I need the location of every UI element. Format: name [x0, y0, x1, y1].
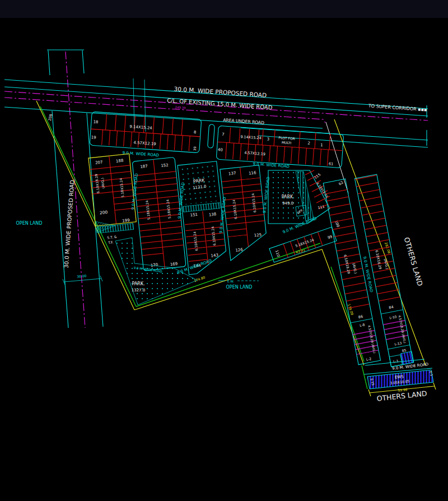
park-1327-label: PARK. — [132, 281, 144, 286]
plot-39: 39 — [193, 146, 197, 151]
label-open-land-west: OPEN LAND — [16, 221, 43, 226]
plot-8: 8 — [194, 130, 197, 134]
plot-2: 2 — [307, 141, 310, 145]
plot-85: 85 — [402, 348, 407, 352]
park-1327-area: 1327.0 — [132, 288, 146, 293]
cad-viewport: 30.0 M. WIDE PROPOSED ROAD C/L. OF EXIST… — [0, 0, 448, 501]
block-a: 18 9.14X15.24 8 19 4.57X12.19 39 — [90, 112, 202, 153]
plot-138: 138 — [209, 212, 217, 217]
site-plan-canvas[interactable]: 30.0 M. WIDE PROPOSED ROAD C/L. OF EXIST… — [0, 0, 448, 501]
plot-40: 40 — [218, 147, 223, 152]
top-strip — [0, 0, 448, 18]
plot-126: 126 — [235, 248, 244, 253]
plot-188: 188 — [116, 159, 124, 164]
plot-19: 19 — [91, 135, 96, 140]
plot-151: 151 — [190, 212, 198, 217]
plot-152: 152 — [161, 163, 169, 168]
plot-199: 199 — [122, 218, 130, 223]
park-949-label: PARK — [282, 194, 293, 200]
ews-label: EWS — [395, 374, 404, 380]
plot-187: 187 — [140, 164, 148, 169]
plot-multi-line2: MULTI — [282, 140, 292, 145]
plot-200: 200 — [100, 210, 108, 215]
plot-86: 86 — [358, 314, 363, 319]
plot-7: 7 — [222, 132, 225, 137]
ews-small-block — [401, 351, 414, 364]
plot-3: 3 — [267, 137, 269, 141]
plot-137: 137 — [228, 171, 236, 176]
plot-61: 61 — [329, 161, 334, 166]
plot-84: 84 — [389, 305, 394, 310]
park-949-area: 949.0 — [282, 201, 293, 206]
label-open-land-center: OPEN LAND — [226, 285, 253, 290]
plot-116: 116 — [249, 170, 257, 175]
plot-169: 169 — [170, 262, 178, 267]
label-tf: T.F. — [108, 240, 114, 244]
plot-1: 1 — [320, 143, 323, 147]
plot-207: 207 — [95, 160, 103, 165]
plot-125: 125 — [254, 233, 262, 238]
label-ew: E.W. — [227, 280, 234, 283]
plot-143: 143 — [211, 253, 218, 258]
plot-18: 18 — [93, 119, 98, 124]
